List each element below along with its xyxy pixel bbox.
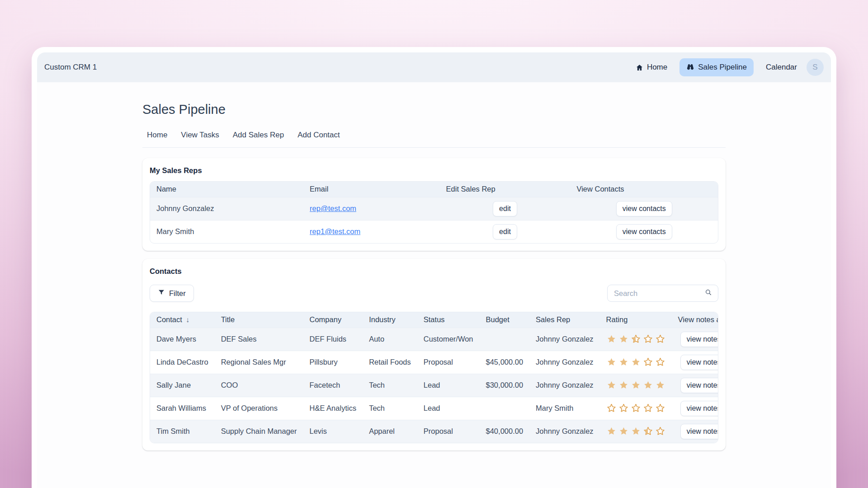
- top-nav: HomeSales PipelineCalendar: [629, 58, 804, 76]
- contact-budget-cell: [480, 397, 530, 420]
- sort-descending-icon: ↓: [186, 316, 189, 324]
- contact-industry-cell: Tech: [363, 374, 417, 397]
- tab-home[interactable]: Home: [147, 131, 167, 140]
- tab-view-tasks[interactable]: View Tasks: [181, 131, 219, 140]
- star-full-icon: [631, 426, 641, 436]
- contact-name-cell: Dave Myers: [150, 328, 215, 351]
- star-full-icon: [618, 380, 629, 390]
- column-header-industry: Industry: [363, 312, 417, 328]
- search-input[interactable]: [607, 285, 718, 302]
- contact-row: Dave MyersDEF SalesDEF FluidsAutoCustome…: [150, 328, 718, 351]
- search-box: [607, 285, 718, 302]
- nav-item-label: Home: [647, 63, 667, 72]
- app-window: Custom CRM 1 HomeSales PipelineCalendar …: [32, 47, 836, 488]
- sales-reps-table: NameEmailEdit Sales RepView Contacts Joh…: [150, 182, 718, 243]
- contact-industry-cell: Auto: [363, 328, 417, 351]
- star-empty-icon: [655, 403, 665, 413]
- star-full-icon: [606, 334, 617, 344]
- home-icon: [636, 64, 643, 71]
- contact-rating-cell: [600, 351, 672, 374]
- binoculars-icon: [686, 63, 694, 71]
- search-icon: [704, 288, 712, 298]
- column-header-budget: Budget: [480, 312, 530, 328]
- contact-notes-cell: view notes and de...: [672, 374, 718, 397]
- view-notes-and-details-button[interactable]: view notes and de...: [680, 424, 718, 439]
- rep-name-cell: Johnny Gonzalez: [150, 197, 303, 220]
- star-slot: [606, 357, 617, 367]
- column-header-label: Budget: [486, 315, 509, 324]
- contact-title-cell: VP of Operations: [215, 397, 303, 420]
- tab-add-sales-rep[interactable]: Add Sales Rep: [233, 131, 284, 140]
- star-empty-icon: [606, 403, 617, 413]
- top-navigation-bar: Custom CRM 1 HomeSales PipelineCalendar …: [37, 52, 831, 82]
- star-empty-icon: [643, 403, 653, 413]
- contact-company-cell: Facetech: [303, 374, 363, 397]
- star-full-icon: [643, 380, 653, 390]
- contact-company-cell: DEF Fluids: [303, 328, 363, 351]
- contact-rating-cell: [600, 397, 672, 420]
- page-title: Sales Pipeline: [142, 102, 726, 117]
- star-slot: [643, 426, 653, 436]
- rep-email-link[interactable]: rep@test.com: [310, 204, 356, 212]
- view-contacts-button[interactable]: view contacts: [616, 224, 672, 239]
- view-notes-and-details-button[interactable]: view notes and de...: [680, 401, 718, 416]
- sales-rep-row: Mary Smithrep1@test.comeditview contacts: [150, 220, 718, 243]
- rep-view-contacts-cell: view contacts: [570, 197, 718, 220]
- star-slot: [655, 380, 665, 390]
- column-header-status: Status: [417, 312, 480, 328]
- star-slot: [655, 334, 665, 344]
- avatar-initial: S: [812, 63, 817, 72]
- star-empty-icon: [655, 334, 665, 344]
- column-header-name: Name: [150, 182, 303, 197]
- column-header-label: Sales Rep: [536, 315, 570, 324]
- star-full-icon: [618, 334, 629, 344]
- rep-edit-cell: edit: [440, 197, 571, 220]
- filter-button-label: Filter: [169, 289, 186, 298]
- column-header-label: Status: [424, 315, 445, 324]
- contact-title-cell: COO: [215, 374, 303, 397]
- rep-email-link[interactable]: rep1@test.com: [310, 227, 360, 235]
- edit-sales-rep-button[interactable]: edit: [493, 201, 517, 216]
- contact-sales-rep-cell: Johnny Gonzalez: [529, 328, 600, 351]
- view-notes-and-details-button[interactable]: view notes and de...: [680, 378, 718, 393]
- user-avatar[interactable]: S: [807, 59, 824, 76]
- contacts-table-wrap: Contact↓TitleCompanyIndustryStatusBudget…: [150, 312, 718, 443]
- tab-add-contact[interactable]: Add Contact: [297, 131, 340, 140]
- star-empty-icon: [643, 357, 653, 367]
- app-brand: Custom CRM 1: [44, 63, 97, 72]
- column-header-contact[interactable]: Contact↓: [150, 312, 215, 328]
- star-empty-icon: [631, 403, 641, 413]
- column-header-label: Title: [221, 315, 235, 324]
- contact-name-cell: Sally Jane: [150, 374, 215, 397]
- view-contacts-button[interactable]: view contacts: [616, 201, 672, 216]
- contact-row: Sally JaneCOOFacetechTechLead$30,000.00J…: [150, 374, 718, 397]
- page-container: Sales Pipeline HomeView TasksAdd Sales R…: [142, 102, 726, 450]
- star-slot: [618, 380, 629, 390]
- star-empty-icon: [655, 426, 665, 436]
- star-empty-icon: [618, 403, 629, 413]
- rep-name-cell: Mary Smith: [150, 220, 303, 243]
- edit-sales-rep-button[interactable]: edit: [493, 224, 517, 239]
- star-slot: [631, 357, 641, 367]
- view-notes-and-details-button[interactable]: view notes and de...: [680, 355, 718, 370]
- contact-budget-cell: $40,000.00: [480, 420, 530, 443]
- star-slot: [631, 403, 641, 413]
- contact-budget-cell: $30,000.00: [480, 374, 530, 397]
- column-header-view-notes-and-details[interactable]: View notes and details↓: [672, 312, 718, 328]
- rating-stars: [606, 380, 665, 390]
- rating-stars: [606, 403, 665, 413]
- contact-row: Sarah WilliamsVP of OperationsH&E Analyt…: [150, 397, 718, 420]
- star-half-icon: [643, 426, 648, 436]
- star-slot: [631, 380, 641, 390]
- column-header-sales-rep: Sales Rep: [529, 312, 600, 328]
- rating-stars: [606, 357, 665, 367]
- contact-company-cell: Pillsbury: [303, 351, 363, 374]
- column-header-rating: Rating: [600, 312, 672, 328]
- nav-item-calendar[interactable]: Calendar: [759, 58, 804, 76]
- column-header-edit-sales-rep: Edit Sales Rep: [440, 182, 571, 197]
- filter-button[interactable]: Filter: [150, 285, 194, 302]
- sales-reps-table-wrap: NameEmailEdit Sales RepView Contacts Joh…: [150, 181, 718, 244]
- nav-item-sales-pipeline[interactable]: Sales Pipeline: [679, 58, 754, 76]
- nav-item-home[interactable]: Home: [629, 58, 674, 76]
- view-notes-and-details-button[interactable]: view notes and de...: [680, 332, 718, 347]
